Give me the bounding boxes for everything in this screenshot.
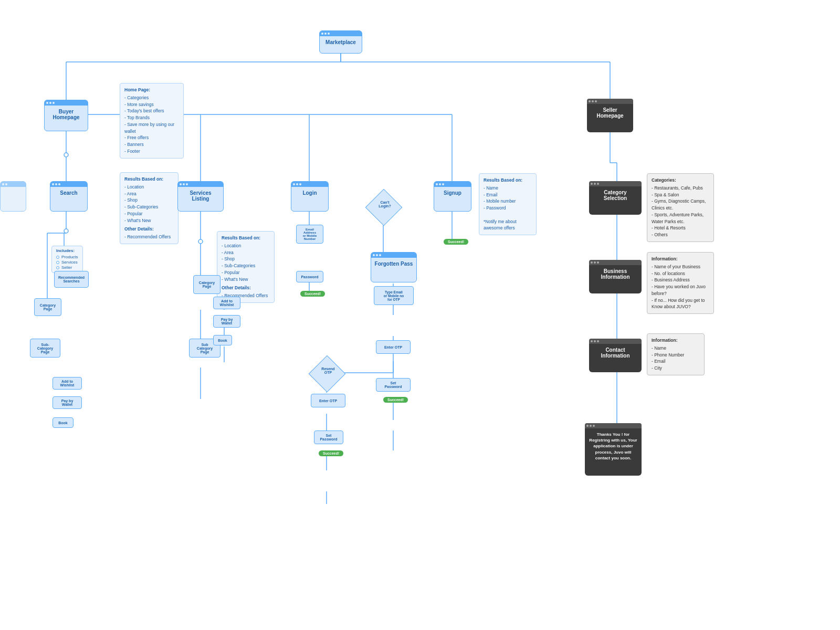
buyer-book: Book	[52, 417, 74, 428]
buyer-pay-wallet: Pay byWallet	[52, 396, 82, 409]
set-password-success-right: Succeed!	[383, 397, 408, 403]
business-info-node: Business Information	[589, 260, 642, 293]
thanks-label: Thanks You ! for Registring with us, You…	[585, 428, 642, 464]
services-results-items: - Location- Area- Shop- Sub-Categories- …	[222, 243, 270, 283]
services-results-title: Results Based on:	[222, 235, 270, 242]
business-info-box: Information: - Name of your Business - N…	[647, 252, 714, 314]
buyer-book-label: Book	[58, 421, 68, 425]
homepage-info-title: Home Page:	[124, 87, 179, 93]
recommended-searches-node: RecommendedSearches	[54, 271, 89, 288]
includes-seller: Seller	[61, 265, 72, 270]
search-other-title: Other Details:	[124, 226, 174, 233]
services-listing-label: Services Listing	[178, 187, 223, 205]
services-pay-wallet-label: Pay byWallet	[221, 318, 233, 325]
recommended-label: RecommendedSearches	[58, 276, 85, 283]
type-email-otp-label: Type Emailor Mobile nofor OTP	[384, 290, 404, 301]
category-info-title: Categories:	[652, 177, 709, 184]
svg-point-7	[64, 153, 68, 157]
cant-login-diamond-container: Can'tLogin?	[370, 193, 398, 222]
enter-otp-right: Enter OTP	[376, 340, 411, 354]
contact-info-box-title: Information:	[652, 337, 700, 344]
services-listing-node: Services Listing	[177, 181, 224, 212]
services-subcategory-label: SubCategoryPage	[197, 343, 213, 354]
search-node: Search	[50, 181, 88, 212]
services-category-page-label: CategoryPage	[199, 281, 215, 288]
type-email-otp: Type Emailor Mobile nofor OTP	[374, 286, 414, 305]
services-other-title: Other Details:	[222, 285, 270, 291]
buyer-category-page-label: CategoryPage	[40, 303, 56, 311]
search-results-box: Results Based on: - Location- Area- Shop…	[120, 172, 178, 244]
business-info-box-title: Information:	[652, 256, 709, 262]
includes-label: Includes:	[56, 248, 78, 253]
svg-point-41	[198, 239, 203, 244]
business-info-box-items: - Name of your Business - No. of locatio…	[652, 264, 709, 310]
enter-otp-right-label: Enter OTP	[384, 345, 402, 349]
services-category-page: CategoryPage	[193, 275, 220, 294]
contact-info-box-items: - Name - Phone Number - Email - City	[652, 345, 700, 372]
buyer-add-wishlist: Add toWishlist	[52, 377, 82, 390]
buyer-pay-wallet-label: Pay byWallet	[61, 399, 74, 406]
cant-login-label: Can'tLogin?	[370, 201, 400, 208]
svg-point-22	[64, 229, 68, 233]
signup-results-items: - Name- Email- Mobile number- Password*N…	[484, 185, 532, 232]
set-password-success-left: Succeed!	[319, 450, 343, 456]
left-partial-label	[1, 187, 26, 193]
includes-services: Services	[61, 260, 78, 265]
set-password-left: SetPassword	[314, 430, 343, 444]
marketplace-node: Marketplace	[319, 30, 362, 54]
canvas: Marketplace Buyer Homepage Home Page: - …	[0, 0, 840, 630]
signup-success-badge: Succeed!	[444, 239, 468, 245]
resend-otp-label: ResendOTP	[313, 367, 343, 374]
signup-label: Signup	[434, 187, 471, 199]
buyer-homepage-label: Buyer Homepage	[45, 106, 88, 123]
includes-box: Includes: Products Services Seller	[51, 246, 83, 273]
marketplace-label: Marketplace	[320, 36, 362, 48]
set-password-left-label: SetPassword	[320, 434, 337, 441]
contact-info-node: Contact Information	[589, 339, 642, 372]
category-info-items: - Restaurants, Cafe, Pubs - Spa & Salon …	[652, 185, 709, 238]
search-other-items: - Recommended Offers	[124, 234, 174, 240]
forgotten-pass-node: Forgotten Pass	[371, 252, 417, 282]
homepage-info-items: - Categories - More savings - Today's be…	[124, 94, 179, 155]
signup-node: Signup	[434, 181, 471, 212]
services-results-box: Results Based on: - Location- Area- Shop…	[217, 231, 275, 303]
thanks-node: Thanks You ! for Registring with us, You…	[585, 423, 642, 476]
login-email-field: EmailAddressor MobileNumber	[296, 225, 323, 244]
forgotten-pass-label: Forgotten Pass	[371, 258, 416, 270]
enter-otp-left: Enter OTP	[311, 394, 345, 407]
services-book: Book	[213, 335, 232, 345]
services-book-label: Book	[218, 339, 227, 342]
contact-info-box: Information: - Name - Phone Number - Ema…	[647, 333, 705, 375]
seller-homepage-node: Seller Homepage	[587, 99, 633, 132]
business-info-label: Business Information	[589, 265, 642, 283]
left-partial-node	[0, 181, 26, 212]
services-add-wishlist-label: Add toWishlist	[220, 299, 234, 307]
set-password-right: SetPassword	[376, 378, 411, 392]
homepage-info-box: Home Page: - Categories - More savings -…	[120, 83, 184, 159]
login-label: Login	[291, 187, 328, 199]
signup-results-title: Results Based on:	[484, 177, 532, 184]
login-password-label: Password	[301, 275, 318, 279]
category-info-box: Categories: - Restaurants, Cafe, Pubs - …	[647, 173, 714, 242]
search-label: Search	[50, 187, 87, 199]
buyer-category-page: CategoryPage	[34, 298, 61, 316]
login-email-label: EmailAddressor MobileNumber	[303, 228, 317, 240]
services-add-wishlist: Add toWishlist	[213, 297, 240, 309]
signup-results-box: Results Based on: - Name- Email- Mobile …	[479, 173, 537, 235]
login-password-field: Password	[296, 271, 323, 282]
seller-homepage-label: Seller Homepage	[587, 104, 633, 122]
buyer-add-wishlist-label: Add toWishlist	[60, 380, 75, 387]
resend-otp-diamond-container: ResendOTP	[313, 360, 341, 388]
login-node: Login	[291, 181, 329, 212]
contact-info-label: Contact Information	[589, 344, 642, 362]
buyer-subcategory-page-label: Sub-CategoryPage	[37, 343, 53, 354]
category-selection-node: Category Selection	[589, 181, 642, 215]
set-password-right-label: SetPassword	[384, 381, 402, 388]
buyer-subcategory-page: Sub-CategoryPage	[30, 339, 60, 358]
includes-products: Products	[61, 255, 78, 259]
login-success-badge: Succeed!	[300, 291, 325, 297]
category-selection-label: Category Selection	[589, 186, 642, 204]
search-results-title: Results Based on:	[124, 176, 174, 183]
search-results-items: - Location- Area- Shop- Sub-Categories- …	[124, 184, 174, 224]
buyer-homepage-node: Buyer Homepage	[44, 100, 88, 131]
